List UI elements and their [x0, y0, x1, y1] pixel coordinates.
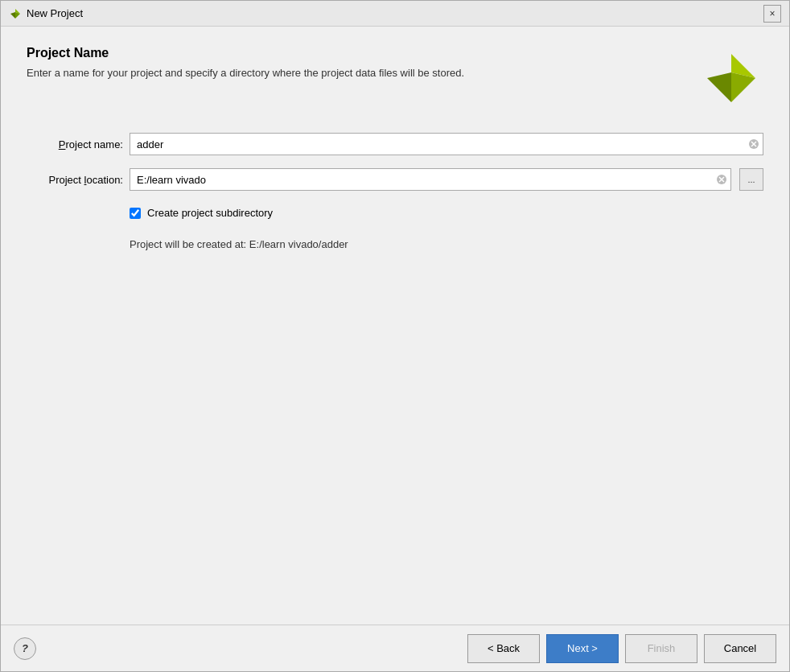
clear-icon: [748, 138, 759, 150]
page-heading: Project Name: [27, 46, 699, 60]
project-location-row: Project location: ...: [27, 168, 763, 191]
project-name-row: Project name:: [27, 133, 763, 155]
project-location-label: Project location:: [27, 174, 123, 186]
form-section: Project name: Project locati: [27, 133, 763, 250]
project-name-input[interactable]: [130, 134, 745, 155]
finish-button[interactable]: Finish: [625, 634, 697, 663]
title-bar-title: New Project: [27, 7, 83, 19]
browse-button[interactable]: ...: [739, 168, 763, 191]
project-path-text: Project will be created at: E:/learn viv…: [130, 238, 763, 250]
project-name-label: Project name:: [27, 138, 123, 150]
create-subdirectory-label: Create project subdirectory: [147, 207, 273, 219]
clear-icon: [716, 174, 727, 185]
title-bar: New Project ×: [1, 1, 789, 27]
footer-right: < Back Next > Finish Cancel: [467, 634, 776, 663]
vivado-logo: [703, 50, 759, 106]
project-location-input-container: [130, 168, 731, 191]
footer-left: ?: [14, 637, 36, 660]
content-area: Project Name Enter a name for your proje…: [1, 27, 789, 625]
project-location-input[interactable]: [130, 169, 713, 190]
checkbox-row: Create project subdirectory: [130, 207, 763, 219]
project-location-label-underline: l: [84, 174, 87, 186]
svg-marker-4: [707, 72, 731, 102]
page-description: Enter a name for your project and specif…: [27, 67, 541, 79]
header-section: Project Name Enter a name for your proje…: [27, 46, 763, 110]
vivado-icon: [9, 7, 22, 20]
cancel-button[interactable]: Cancel: [704, 634, 776, 663]
header-text: Project Name Enter a name for your proje…: [27, 46, 699, 79]
project-location-clear-button[interactable]: [713, 171, 730, 188]
new-project-dialog: New Project × Project Name Enter a name …: [0, 0, 790, 672]
logo-area: [699, 46, 763, 110]
title-bar-left: New Project: [9, 7, 83, 20]
project-name-clear-button[interactable]: [745, 135, 763, 153]
project-name-label-underline: P: [59, 138, 66, 150]
next-button[interactable]: Next >: [546, 634, 619, 663]
svg-marker-1: [10, 12, 15, 19]
back-button[interactable]: < Back: [467, 634, 540, 663]
project-name-input-container: [130, 133, 763, 155]
help-button[interactable]: ?: [14, 637, 36, 660]
create-subdirectory-checkbox[interactable]: [130, 208, 141, 219]
close-button[interactable]: ×: [763, 5, 781, 23]
footer: ? < Back Next > Finish Cancel: [1, 625, 789, 671]
